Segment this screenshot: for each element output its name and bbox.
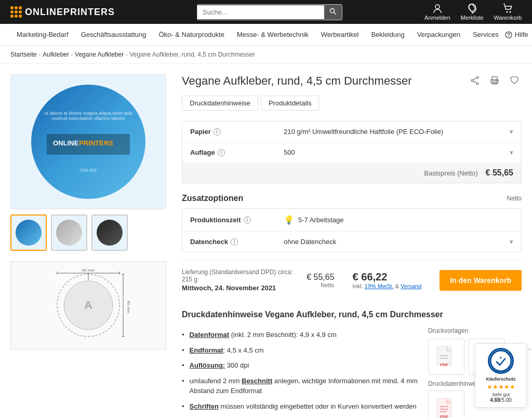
nav-help[interactable]: Hilfe	[505, 24, 528, 45]
druckvorlagen-title: Druckvorlagen	[428, 327, 522, 334]
price-brutto-block: € 66,22 Inkl. 19% MwSt. & Versand	[353, 271, 422, 289]
thumbnails	[10, 214, 166, 251]
add-to-cart-button[interactable]: In den Warenkorb	[440, 270, 522, 291]
trusted-shops-menu[interactable]: ···	[527, 345, 532, 354]
help-icon	[505, 31, 512, 38]
main-content: ut labore et dolore magna aliqua enim qu…	[0, 64, 532, 418]
main-product-image[interactable]: ut labore et dolore magna aliqua enim qu…	[10, 74, 166, 209]
svg-point-23	[476, 83, 478, 85]
header-actions: Anmelden Merkliste Warenkorb	[424, 3, 522, 21]
trusted-shops-badge: ··· e Käuferschutz ★★★★★ Sehr gut 4.69/5…	[475, 343, 527, 408]
favorite-icon[interactable]	[507, 74, 522, 89]
search-button[interactable]	[324, 5, 342, 20]
price-label: Basispreis (Netto)	[424, 169, 477, 177]
breadcrumb: Startseite › Aufkleber › Vegane Aufklebe…	[0, 46, 532, 64]
logo-text: ONLINEPRINTERS	[25, 7, 115, 18]
datenformat-link[interactable]: Datenformat	[190, 331, 230, 339]
print-icon[interactable]	[487, 74, 502, 89]
options-section: Papier i 210 g/m² Umweltfreundliche Haft…	[182, 121, 522, 183]
nav-item-verpackungen[interactable]: Verpackungen	[411, 24, 467, 45]
option-papier-label: Papier i	[190, 128, 284, 136]
svg-line-26	[473, 81, 476, 83]
logo-dots	[10, 6, 22, 18]
svg-text:40 mm: 40 mm	[82, 269, 95, 273]
svg-text:40 mm: 40 mm	[126, 301, 130, 314]
product-image-circle: ut labore et dolore magna aliqua enim qu…	[31, 85, 145, 199]
cart-icon	[502, 3, 513, 14]
option-auflage: Auflage i 500 ▾	[182, 142, 521, 163]
trusted-badge-circle: e	[488, 348, 514, 374]
druckvorlage-pdf-1[interactable]: PDF	[428, 339, 464, 375]
svg-point-6	[508, 36, 509, 37]
trusted-stars: ★★★★★	[480, 383, 522, 390]
produktionszeit-value: 💡 5-7 Arbeitstage	[284, 215, 513, 225]
print-item-1: Datenformat (inkl. 2 mm Beschnitt): 4,9 …	[182, 327, 418, 343]
endformat-link[interactable]: Endformat	[190, 346, 223, 354]
lamp-icon: 💡	[284, 215, 294, 225]
nav-item-oeko[interactable]: Öko- & Naturprodukte	[152, 24, 230, 45]
produktionszeit-label: Produktionszeit i	[190, 216, 284, 224]
beschnitt-link[interactable]: Beschnitt	[242, 377, 272, 385]
versand-link[interactable]: Versand	[401, 283, 421, 289]
price-block: € 55,65 Netto	[307, 273, 334, 288]
auflage-chevron-icon: ▾	[510, 149, 513, 156]
druckvorlage-datenhinweise[interactable]: PDF	[428, 390, 464, 418]
datencheck-info-icon[interactable]: i	[231, 238, 238, 246]
svg-point-2	[435, 5, 440, 9]
cart-label: Warenkorb	[494, 15, 522, 21]
template-svg: A 40 mm 40 mm	[47, 269, 130, 342]
auflage-info-icon[interactable]: i	[218, 149, 225, 156]
produktionszeit-info-icon[interactable]: i	[244, 217, 251, 224]
logo[interactable]: ONLINEPRINTERS	[10, 6, 115, 18]
option-papier: Papier i 210 g/m² Umweltfreundliche Haft…	[182, 122, 521, 142]
papier-info-icon[interactable]: i	[214, 128, 221, 136]
product-action-icons	[468, 74, 522, 89]
print-items: Datenformat (inkl. 2 mm Beschnitt): 4,9 …	[182, 327, 418, 414]
svg-text:ONLINE: ONLINE	[53, 139, 78, 147]
svg-text:PDF: PDF	[440, 362, 448, 367]
nav-item-geschaeft[interactable]: Geschäftsausstattung	[75, 24, 153, 45]
breadcrumb-home[interactable]: Startseite	[10, 51, 37, 58]
kauferschutz-label: Käuferschutz	[480, 376, 522, 382]
thumbnail-2[interactable]	[51, 214, 87, 251]
share-icon[interactable]	[468, 74, 482, 89]
delivery-info: Lieferung (Standardversand DPD) circa: 2…	[182, 268, 296, 292]
nav-item-marketing[interactable]: Marketing-Bedarf	[10, 24, 75, 45]
svg-point-4	[510, 11, 511, 13]
schriften-link[interactable]: Schriften	[190, 402, 219, 410]
svg-point-44	[490, 350, 511, 371]
delivery-cart: Lieferung (Standardversand DPD) circa: 2…	[182, 260, 522, 300]
tab-druckdaten[interactable]: Druckdatenhinweise	[182, 96, 258, 111]
trusted-shops-icon: e	[489, 349, 512, 372]
user-icon	[432, 3, 443, 14]
delivery-date: Mittwoch, 24. November 2021	[182, 284, 296, 292]
header-action-wishlist[interactable]: Merkliste	[461, 3, 484, 21]
header-action-login[interactable]: Anmelden	[424, 3, 450, 21]
print-content: Datenformat (inkl. 2 mm Beschnitt): 4,9 …	[182, 327, 522, 418]
header-action-cart[interactable]: Warenkorb	[494, 3, 522, 21]
tab-produktdetails[interactable]: Produktdetails	[261, 96, 319, 111]
aufloesung-link[interactable]: Auflösung:	[190, 361, 225, 369]
price-row: Basispreis (Netto) € 55,65	[182, 163, 521, 183]
svg-rect-27	[492, 77, 497, 80]
zusatz-title: Zusatzoptionen	[182, 194, 243, 203]
breadcrumb-aufkleber[interactable]: Aufkleber	[43, 51, 69, 58]
nav-item-services[interactable]: Services	[467, 24, 505, 45]
login-label: Anmelden	[424, 15, 450, 21]
nav-item-werbeartikel[interactable]: Werbeartikel	[315, 24, 365, 45]
datencheck-value: ohne Datencheck	[284, 238, 510, 246]
print-list: Datenformat (inkl. 2 mm Beschnitt): 4,9 …	[182, 327, 418, 418]
datencheck-chevron-icon: ▾	[510, 238, 513, 246]
print-item-4: umlaufend 2 mm Beschnitt anlegen, wichti…	[182, 373, 418, 399]
nav-item-messe[interactable]: Messe- & Werbetechnik	[231, 24, 315, 45]
nav-item-bekleidung[interactable]: Bekleidung	[365, 24, 410, 45]
thumbnail-1[interactable]	[10, 214, 47, 251]
main-nav: Marketing-Bedarf Geschäftsausstattung Ök…	[0, 24, 532, 46]
breadcrumb-vegane[interactable]: Vegane Aufkleber	[75, 51, 124, 58]
datencheck-label: Datencheck i	[190, 238, 284, 246]
search-input[interactable]	[197, 5, 324, 19]
svg-point-30	[497, 80, 498, 82]
price-netto-label: Netto	[307, 282, 334, 288]
thumbnail-3[interactable]	[91, 214, 128, 251]
mwst-link[interactable]: 19% MwSt.	[365, 283, 394, 289]
